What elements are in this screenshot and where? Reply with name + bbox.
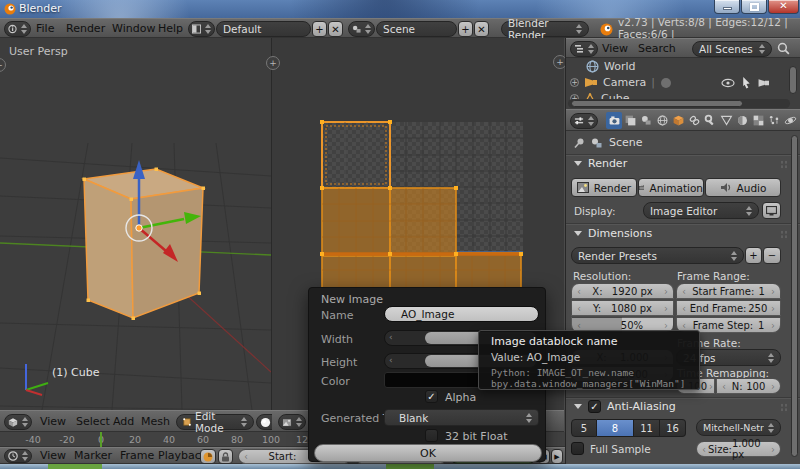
editor-type-selector-info[interactable] (4, 21, 31, 37)
aa-filter-selector[interactable]: Mitchell-Netravali (696, 419, 781, 436)
horizontal-scrollbar[interactable] (568, 99, 790, 108)
region-expand-handle[interactable]: + (266, 56, 280, 70)
render-button[interactable]: Render (571, 178, 637, 197)
screen-layout-icon-button[interactable] (188, 21, 215, 37)
generated-type-selector[interactable]: Blank (384, 409, 539, 426)
editor-type-selector-properties[interactable] (570, 113, 598, 129)
start-frame-prop-field[interactable]: Start Frame: 1 (676, 283, 781, 299)
tab-texture[interactable] (750, 112, 766, 129)
tab-object-data[interactable] (718, 112, 734, 129)
outliner-item-world[interactable]: World (586, 60, 636, 73)
add-scene-button[interactable]: + (458, 21, 473, 37)
antialiasing-checkbox[interactable]: ✓ (588, 400, 601, 413)
render-presets-selector[interactable]: Render Presets (571, 247, 744, 264)
tab-render-layers[interactable] (622, 112, 638, 129)
menu-file[interactable]: File (36, 19, 54, 37)
menu-window[interactable]: Window (112, 19, 155, 37)
tab-modifiers[interactable] (702, 112, 718, 129)
aa-samples-8-button-selected[interactable]: 8 (597, 419, 634, 437)
resolution-x-field[interactable]: X: 1920 px (571, 283, 674, 299)
aa-samples-5-button[interactable]: 5 (571, 419, 597, 437)
uv-selected-face[interactable] (322, 122, 390, 188)
lock-button[interactable] (218, 449, 233, 464)
add-preset-button[interactable]: + (745, 247, 762, 264)
delete-scene-button[interactable]: ✕ (474, 21, 489, 37)
antialiasing-panel-header[interactable]: ✓ Anti-Aliasing (574, 400, 676, 413)
editor-type-selector-3dview[interactable] (4, 414, 32, 430)
image-name-input[interactable]: AO_Image (384, 306, 539, 322)
editor-type-selector-image[interactable] (278, 414, 306, 430)
camera-restrict-toggles[interactable] (721, 77, 771, 89)
menu-mesh[interactable]: Mesh (141, 411, 170, 431)
menu-view-timeline[interactable]: View (40, 448, 66, 463)
menu-add[interactable]: Add (113, 411, 134, 431)
render-engine-selector[interactable]: Blender Render (501, 21, 589, 37)
end-frame-prop-field[interactable]: End Frame: 250 (676, 300, 781, 316)
scene-icon-button[interactable] (348, 21, 375, 37)
resolution-y-field[interactable]: Y: 1080 px (571, 300, 674, 316)
tab-render[interactable] (606, 112, 622, 129)
editor-type-selector-outliner[interactable] (570, 41, 598, 57)
remap-new-field[interactable]: N: 100 (716, 378, 781, 394)
tab-material[interactable] (734, 112, 750, 129)
viewport-3d-canvas[interactable] (0, 38, 271, 410)
audio-button[interactable]: Audio (705, 178, 781, 197)
aa-samples-16-button[interactable]: 16 (660, 419, 686, 437)
cube-mesh[interactable] (83, 168, 206, 321)
play-button[interactable]: ▶ (551, 449, 563, 464)
new-window-display-button[interactable] (762, 202, 781, 219)
menu-render[interactable]: Render (66, 19, 105, 37)
screen-layout-field[interactable]: Default (216, 21, 311, 37)
tab-particles[interactable] (766, 112, 782, 129)
full-sample-checkbox[interactable] (571, 442, 584, 455)
menu-view-outliner[interactable]: View (602, 39, 628, 57)
close-button[interactable]: ✕ (768, 0, 799, 14)
menu-select[interactable]: Select (76, 411, 110, 431)
remove-preset-button[interactable]: − (763, 247, 781, 264)
outliner-vertical-scrollbar[interactable] (789, 66, 797, 94)
menu-marker[interactable]: Marker (74, 448, 112, 463)
tab-physics[interactable] (782, 112, 798, 129)
updown-arrows (746, 206, 752, 216)
alpha-checkbox[interactable]: ✓ (425, 390, 438, 403)
dimensions-panel-header[interactable]: Dimensions (574, 227, 652, 240)
scrollbar-thumb[interactable] (571, 100, 743, 107)
current-frame-marker[interactable] (100, 432, 102, 447)
outliner-item-camera[interactable]: + Camera | (570, 76, 672, 89)
viewport-3d[interactable]: User Persp (1) Cube (0, 38, 272, 410)
ok-button[interactable]: OK (314, 444, 542, 462)
panel-drag-grip[interactable] (780, 230, 788, 240)
menu-frame[interactable]: Frame (120, 448, 154, 463)
delete-layout-button[interactable]: ✕ (328, 21, 343, 37)
expand-icon[interactable]: + (570, 78, 579, 87)
properties-vertical-scrollbar[interactable] (791, 135, 798, 457)
menu-view[interactable]: View (40, 411, 66, 431)
selectability-cursor-icon[interactable] (741, 77, 751, 89)
visibility-eye-icon[interactable] (721, 78, 735, 88)
editor-type-selector-timeline[interactable] (4, 449, 32, 463)
outliner-scope-selector[interactable]: All Scenes (692, 41, 772, 57)
menu-search-outliner[interactable]: Search (638, 39, 676, 57)
minimize-button[interactable] (714, 0, 740, 14)
render-panel-header[interactable]: Render (574, 157, 627, 170)
panel-drag-grip[interactable] (780, 160, 788, 170)
renderability-camera-icon[interactable] (757, 78, 771, 88)
menu-help[interactable]: Help (158, 19, 183, 37)
mode-selector[interactable]: Edit Mode (176, 414, 254, 430)
display-selector[interactable]: Image Editor (643, 202, 759, 219)
float-32-checkbox[interactable] (425, 429, 438, 442)
tab-scene[interactable] (638, 112, 654, 129)
maximize-button[interactable] (741, 0, 767, 14)
panel-drag-grip[interactable] (780, 403, 788, 413)
aa-samples-11-button[interactable]: 11 (634, 419, 660, 437)
tab-constraints[interactable] (686, 112, 702, 129)
aa-size-field[interactable]: Size: 1.000 px (696, 441, 781, 457)
search-button[interactable] (776, 41, 791, 59)
animation-button[interactable]: Animation (638, 178, 704, 197)
pin-icon[interactable] (573, 137, 585, 149)
use-preview-range-button[interactable] (200, 449, 216, 464)
scene-name-field[interactable]: Scene (376, 21, 457, 37)
add-layout-button[interactable]: + (312, 21, 327, 37)
tab-world[interactable] (654, 112, 670, 129)
tab-object[interactable] (670, 112, 686, 129)
